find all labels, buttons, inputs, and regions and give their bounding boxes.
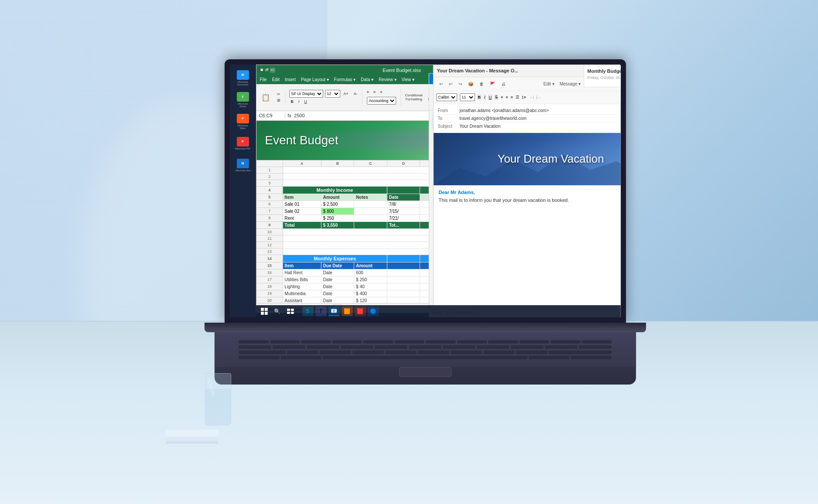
taskbar-app-orange[interactable]: 🟧 (341, 306, 353, 316)
dream-vacation-title: Your Dream Vacation (497, 152, 604, 166)
compose-body[interactable]: Your Dream Vacation Dear Mr Adams, This … (433, 133, 620, 308)
taskbar-teams[interactable]: T (315, 306, 326, 316)
font-increase[interactable]: A+ (342, 91, 350, 97)
windows-logo-icon (260, 308, 267, 315)
subject-value[interactable]: Your Dream Vacation (459, 124, 500, 129)
monthly-expenses-title: Monthly Expenses (283, 255, 387, 262)
toolbar-send-icon[interactable]: ↩ (438, 81, 445, 87)
menu-view[interactable]: View ▾ (402, 77, 414, 82)
budget-chart-title: Monthly Budget Chart (587, 68, 620, 74)
windows-desktop: W OfficeSuite Documents X OfficeSuite Sh… (229, 65, 620, 317)
taskbar-search-button[interactable]: 🔍 (272, 306, 282, 316)
bold-button[interactable]: B (289, 99, 295, 105)
taskbar-skype[interactable]: S (302, 306, 313, 316)
align-left[interactable]: ≡ (365, 89, 371, 95)
font-decrease[interactable]: A- (352, 91, 359, 97)
italic-button[interactable]: I (297, 99, 301, 105)
compose-list[interactable]: ☰ (516, 95, 519, 99)
formula-content[interactable]: 2500 (294, 113, 305, 118)
subject-field-row: Subject Your Dream Vacation (438, 123, 620, 130)
email-body-content: This mail is to inform you that your dre… (438, 198, 620, 203)
toolbar-forward-icon[interactable]: ↪ (457, 81, 464, 87)
pdf-label: OfficeSuite PDF (235, 147, 250, 150)
svg-rect-7 (291, 312, 294, 314)
taskbar-app-blue[interactable]: 🔵 (367, 306, 379, 316)
compose-size-select[interactable]: 11 (459, 93, 475, 101)
underline-button[interactable]: U (302, 99, 309, 105)
windows-taskbar: 🔍 S T 📧 (256, 305, 620, 317)
subject-label: Subject (438, 124, 459, 129)
compose-body-text: Dear Mr Adams, This mail is to inform yo… (433, 185, 620, 207)
sidebar-icon-sheets[interactable]: X OfficeSuite Sheets (233, 90, 253, 110)
cut-button[interactable]: ✂ (275, 91, 282, 97)
docs-label: OfficeSuite Documents (234, 81, 251, 86)
font-name-select[interactable]: SF UI Display (289, 90, 323, 98)
svg-rect-0 (260, 308, 264, 311)
compose-title: Your Dream Vacation - Message O... (437, 68, 518, 73)
from-value[interactable]: jonathan.adams <jonathan.adams@abc.com> (459, 108, 549, 113)
compose-numbered-list[interactable]: 1≡ (522, 95, 526, 99)
format-cells[interactable]: Accounting (365, 96, 398, 106)
svg-rect-3 (264, 312, 267, 315)
task-view-button[interactable] (285, 306, 295, 316)
taskbar-mail-app[interactable]: 📧 (328, 306, 339, 316)
font-size-select[interactable]: 12 (325, 90, 340, 98)
compose-align-right[interactable]: ≡ (510, 95, 513, 99)
trackpad[interactable] (399, 367, 451, 377)
toolbar-reply-icon[interactable]: ↩ (447, 81, 454, 87)
menu-page-layout[interactable]: Page Layout ▾ (301, 77, 329, 82)
compose-bold[interactable]: B (477, 95, 481, 100)
start-button[interactable] (259, 306, 269, 316)
compose-align-center[interactable]: ≡ (506, 95, 508, 99)
menu-formulas[interactable]: Formulas ▾ (334, 77, 356, 82)
align-right[interactable]: ≡ (378, 89, 384, 95)
increase-indent-icon[interactable]: →| (529, 95, 534, 99)
svg-rect-4 (287, 309, 290, 311)
menu-insert[interactable]: Insert (285, 77, 296, 82)
sidebar-icon-docs[interactable]: W OfficeSuite Documents (233, 68, 253, 88)
menu-edit[interactable]: Edit (272, 77, 279, 82)
toolbar-flag-icon[interactable]: 🚩 (488, 81, 497, 87)
compose-edit-menu[interactable]: Edit ▾ (542, 81, 556, 87)
toolbar-print-icon[interactable]: 🖨 (500, 81, 507, 87)
toolbar-delete-icon[interactable]: 🗑 (478, 81, 486, 87)
laptop-keyboard (214, 332, 636, 385)
menu-file[interactable]: File (260, 77, 267, 82)
mail-label: OfficeSuite Mail (235, 169, 250, 172)
taskbar-app-red[interactable]: 🟥 (354, 306, 366, 316)
sidebar-icon-mail[interactable]: M OfficeSuite Mail (233, 155, 253, 175)
align-center[interactable]: ≡ (372, 89, 377, 95)
number-format-select[interactable]: Accounting (367, 97, 396, 105)
compose-actions[interactable]: ↩ ↩ ↪ 📦 🗑 🚩 🖨 (436, 80, 509, 88)
to-value[interactable]: travel.agency@traveltheworld.com (459, 116, 527, 121)
mail-sidebar-icon: M (236, 159, 249, 168)
compose-underline[interactable]: U (488, 95, 492, 100)
decrease-indent-icon[interactable]: |← (536, 95, 541, 99)
pdf-icon: P (236, 137, 249, 146)
main-content-area: 🔲 🗗 ↩ Event Budget.xlsx − □ ✕ (256, 65, 620, 317)
compose-message-menu[interactable]: Message ▾ (558, 81, 582, 87)
compose-font-select[interactable]: Calibri (436, 93, 457, 101)
slides-icon: P (236, 114, 249, 123)
conditional-formatting[interactable]: ConditionalFormatting (404, 92, 424, 102)
svg-rect-1 (264, 308, 267, 311)
compose-italic[interactable]: I (484, 95, 486, 100)
compose-align-left[interactable]: ≡ (501, 95, 503, 99)
sidebar-icon-slides[interactable]: P OfficeSuite Slides (233, 112, 253, 132)
toolbar-archive-icon[interactable]: 📦 (466, 81, 475, 87)
menu-review[interactable]: Review ▾ (379, 77, 397, 82)
slides-label: OfficeSuite Slides (234, 124, 251, 129)
budget-chart-date: Friday, October 18, 2019 9:41:13 AM (587, 75, 620, 80)
sheets-label: OfficeSuite Sheets (234, 102, 251, 108)
menu-data[interactable]: Data ▾ (361, 77, 373, 82)
sidebar-icon-pdf[interactable]: P OfficeSuite PDF (233, 133, 253, 153)
copy-button[interactable]: ⊞ (275, 97, 282, 103)
budget-chart-panel: Monthly Budget Chart Friday, October 18,… (583, 65, 620, 87)
compose-strikethrough[interactable]: S̶ (495, 95, 498, 100)
excel-quick-access[interactable]: ↩ (270, 68, 275, 73)
sheets-icon: X (236, 92, 249, 102)
compose-fields: From jonathan.adams <jonathan.adams@abc.… (433, 104, 620, 133)
dream-vacation-banner: Your Dream Vacation (433, 133, 620, 185)
cell-reference[interactable]: C6:C9 (259, 113, 285, 118)
paste-button[interactable]: 📋 (259, 92, 273, 102)
